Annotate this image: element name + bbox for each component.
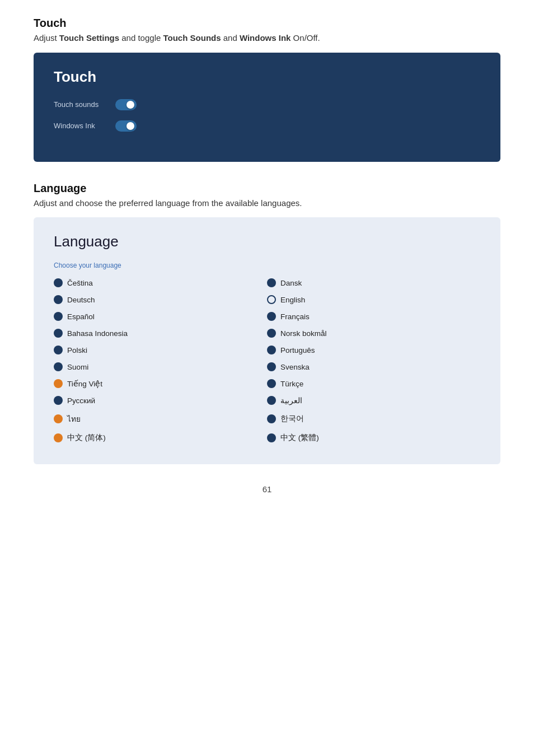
- language-radio: [267, 329, 276, 338]
- language-name: Svenska: [280, 363, 310, 371]
- language-name: Português: [280, 346, 315, 354]
- language-radio: [54, 312, 63, 321]
- language-item[interactable]: Français: [267, 311, 480, 322]
- language-radio: [267, 312, 276, 321]
- language-section-title: Language: [34, 182, 500, 195]
- language-item[interactable]: Português: [267, 344, 480, 356]
- language-grid: ČeštinaDanskDeutschEnglishEspañolFrançai…: [54, 277, 480, 444]
- language-name: Tiếng Việt: [67, 379, 102, 388]
- language-item[interactable]: Deutsch: [54, 294, 267, 305]
- language-item[interactable]: Dansk: [267, 277, 480, 288]
- language-item[interactable]: Norsk bokmål: [267, 328, 480, 339]
- language-panel-title: Language: [54, 233, 480, 250]
- language-name: Norsk bokmål: [280, 329, 327, 338]
- language-section-description: Adjust and choose the preferred language…: [34, 197, 500, 210]
- language-item[interactable]: 中文 (简体): [54, 432, 267, 444]
- language-name: Türkçe: [280, 380, 303, 388]
- language-item[interactable]: ไทย: [54, 412, 267, 426]
- language-radio: [267, 379, 276, 388]
- language-radio: [267, 362, 276, 371]
- touch-panel: Touch Touch sounds Windows Ink: [34, 53, 500, 162]
- touch-sounds-row: Touch sounds: [54, 99, 480, 110]
- touch-sounds-toggle[interactable]: [115, 99, 137, 110]
- language-item[interactable]: Bahasa Indonesia: [54, 328, 267, 339]
- language-name: 中文 (简体): [67, 433, 106, 443]
- language-item[interactable]: Čeština: [54, 277, 267, 288]
- language-name: English: [280, 296, 305, 304]
- language-item[interactable]: Türkçe: [267, 378, 480, 389]
- language-radio: [267, 414, 276, 423]
- language-name: Français: [280, 312, 310, 321]
- language-name: ไทย: [67, 413, 81, 425]
- language-item[interactable]: Tiếng Việt: [54, 378, 267, 389]
- language-name: Čeština: [67, 279, 93, 287]
- language-item[interactable]: Polski: [54, 344, 267, 356]
- language-radio: [54, 396, 63, 405]
- language-radio: [54, 278, 63, 287]
- language-radio: [54, 329, 63, 338]
- language-radio: [54, 433, 63, 442]
- language-name: Deutsch: [67, 296, 95, 304]
- language-name: 한국어: [280, 414, 304, 424]
- language-radio: [54, 414, 63, 423]
- windows-ink-row: Windows Ink: [54, 120, 480, 132]
- language-radio: [267, 396, 276, 405]
- language-name: Bahasa Indonesia: [67, 329, 128, 338]
- language-item[interactable]: 中文 (繁體): [267, 432, 480, 444]
- language-item[interactable]: Español: [54, 311, 267, 322]
- language-radio: [54, 379, 63, 388]
- touch-section-title: Touch: [34, 17, 500, 30]
- language-radio: [267, 346, 276, 354]
- page-number: 61: [34, 484, 500, 494]
- language-panel: Language Choose your language ČeštinaDan…: [34, 217, 500, 464]
- language-item[interactable]: English: [267, 294, 480, 305]
- language-name: Español: [67, 312, 95, 321]
- language-radio: [54, 295, 63, 304]
- language-item[interactable]: Suomi: [54, 361, 267, 372]
- touch-panel-title: Touch: [54, 68, 480, 86]
- language-item[interactable]: Svenska: [267, 361, 480, 372]
- language-name: 中文 (繁體): [280, 433, 319, 443]
- language-name: Dansk: [280, 279, 302, 287]
- language-radio: [267, 278, 276, 287]
- language-name: Polski: [67, 346, 87, 354]
- language-name: Русский: [67, 396, 95, 405]
- choose-language-label: Choose your language: [54, 262, 480, 269]
- language-radio: [54, 346, 63, 354]
- language-item[interactable]: 한국어: [267, 412, 480, 426]
- language-section: Language Adjust and choose the preferred…: [34, 182, 500, 465]
- windows-ink-label: Windows Ink: [54, 122, 110, 130]
- touch-sounds-label: Touch sounds: [54, 100, 110, 109]
- touch-section-description: Adjust Touch Settings and toggle Touch S…: [34, 32, 500, 45]
- language-radio: [54, 362, 63, 371]
- language-item[interactable]: العربية: [267, 395, 480, 406]
- language-name: العربية: [280, 396, 302, 405]
- language-name: Suomi: [67, 363, 88, 371]
- language-radio: [267, 295, 276, 304]
- touch-section: Touch Adjust Touch Settings and toggle T…: [34, 17, 500, 162]
- windows-ink-toggle[interactable]: [115, 120, 137, 132]
- language-item[interactable]: Русский: [54, 395, 267, 406]
- language-radio: [267, 433, 276, 442]
